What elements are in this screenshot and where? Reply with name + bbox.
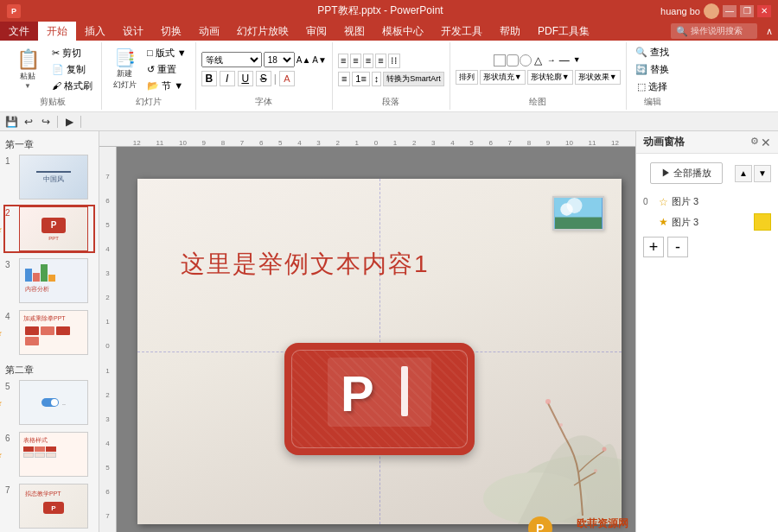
align-center-btn[interactable]: ≡ — [350, 54, 360, 68]
new-slide-button[interactable]: 📑 新建 幻灯片 — [107, 48, 142, 91]
anim-item-1[interactable]: ★ 图片 3 — [636, 211, 778, 233]
shape-more[interactable]: ▼ — [571, 54, 583, 66]
outline-btn[interactable]: 形状轮廓▼ — [527, 70, 573, 85]
anim-move-up-btn[interactable]: ▲ — [735, 165, 752, 182]
format-painter-button[interactable]: 🖌 格式刷 — [48, 78, 96, 93]
paste-dropdown[interactable]: ▼ — [24, 82, 31, 90]
anim-controls: + - — [643, 237, 771, 257]
tab-home[interactable]: 开始 — [38, 22, 76, 41]
animation-panel-title: 动画窗格 — [643, 135, 685, 149]
start-show-btn[interactable]: ▶ — [61, 114, 77, 130]
slide-num-7: 7 — [5, 484, 17, 495]
ruler-horizontal: 1211109876543210123456789101112 — [99, 131, 635, 147]
numbering-btn[interactable]: 1≡ — [352, 72, 370, 86]
shape-rect[interactable] — [494, 54, 506, 66]
slide-img-5: .. — [19, 380, 88, 425]
slide-content[interactable]: 0 这里是举例文本内容1 — [137, 179, 622, 524]
slide-thumb-1[interactable]: 1 中国风 — [3, 153, 95, 201]
columns-btn[interactable]: ⁞⁞ — [388, 54, 400, 68]
shape-arrow[interactable]: → — [545, 54, 558, 66]
layout-button[interactable]: □ 版式 ▼ — [143, 45, 190, 60]
align-right-btn[interactable]: ≡ — [363, 54, 373, 68]
shape-line[interactable]: — — [558, 54, 571, 66]
font-size-select[interactable]: 18 — [264, 52, 295, 67]
tab-design[interactable]: 设计 — [114, 22, 152, 41]
tab-view[interactable]: 视图 — [335, 22, 373, 41]
search-icon: 🔍 — [676, 26, 688, 37]
anim-move-down-btn[interactable]: ▼ — [754, 165, 771, 182]
find-btn[interactable]: 🔍 查找 — [632, 44, 673, 60]
slide-thumb-2[interactable]: 2 P PPT ★ — [3, 205, 95, 253]
effect-btn[interactable]: 形状效果▼ — [575, 70, 621, 85]
ribbon-collapse-btn[interactable]: ∧ — [761, 22, 778, 41]
bold-btn[interactable]: B — [201, 71, 217, 86]
slide-thumb-5[interactable]: 5 .. ★ — [3, 378, 95, 427]
justify-btn[interactable]: ≡ — [375, 54, 386, 68]
align-left-btn[interactable]: ≡ — [338, 54, 348, 68]
reset-button[interactable]: ↺ 重置 — [143, 61, 190, 77]
increase-font-btn[interactable]: A▲ — [297, 55, 311, 65]
slide-thumb-7[interactable]: 7 拟态教学PPT P — [3, 482, 95, 530]
save-btn[interactable]: 💾 — [3, 114, 19, 130]
tab-help[interactable]: 帮助 — [491, 22, 529, 41]
smartart-btn[interactable]: 转换为SmartArt — [383, 72, 444, 86]
tab-developer[interactable]: 开发工具 — [432, 22, 491, 41]
cut-button[interactable]: ✂ 剪切 — [48, 45, 96, 60]
tab-templates[interactable]: 模板中心 — [373, 22, 432, 41]
italic-btn[interactable]: I — [220, 71, 235, 86]
slide-thumb-3[interactable]: 3 内容分析 — [3, 256, 95, 305]
slide-main-text[interactable]: 这里是举例文本内容1 — [181, 248, 430, 281]
font-color-btn[interactable]: A — [279, 71, 295, 86]
tab-slideshow[interactable]: 幻灯片放映 — [228, 22, 297, 41]
anim-remove-btn[interactable]: - — [667, 237, 688, 257]
tab-file[interactable]: 文件 — [0, 22, 38, 41]
ruler-vertical: 765432101234567 — [99, 147, 117, 532]
animation-panel-header: 动画窗格 ⚙ ✕ — [636, 131, 778, 154]
ppt-logo-container[interactable]: P — [284, 343, 475, 455]
restore-btn[interactable]: ❐ — [740, 5, 754, 17]
anim-play-btn[interactable]: ▶ 全部播放 — [650, 162, 723, 184]
title-bar: P PPT教程.pptx - PowerPoint huang bo — ❐ ✕ — [0, 0, 778, 22]
redo-btn[interactable]: ↪ — [38, 114, 54, 130]
line-spacing-btn[interactable]: ↕ — [372, 72, 382, 86]
arrange-btn[interactable]: 排列 — [456, 70, 478, 85]
underline-btn[interactable]: U — [238, 71, 253, 86]
select-btn[interactable]: ⬚ 选择 — [634, 79, 671, 94]
slide-thumb-4[interactable]: 4 加减乘除拳PPT ★ — [3, 308, 95, 357]
shape-triangle[interactable]: △ — [532, 54, 545, 66]
chapter-1-label: 第一章 — [3, 135, 95, 153]
slide-thumb-6[interactable]: 6 表格样式 — [3, 430, 95, 478]
copy-button[interactable]: 📄 复制 — [48, 61, 96, 77]
anim-item-0[interactable]: 0 ☆ 图片 3 — [636, 193, 778, 211]
close-btn[interactable]: ✕ — [757, 5, 771, 17]
user-area: huang bo — ❐ ✕ — [650, 3, 771, 19]
slide-img-2: P PPT — [19, 206, 88, 251]
minimize-btn[interactable]: — — [723, 5, 737, 17]
decrease-font-btn[interactable]: A▼ — [312, 55, 327, 65]
replace-btn[interactable]: 🔄 替换 — [632, 61, 673, 77]
shape-circle[interactable] — [520, 54, 532, 66]
tab-insert[interactable]: 插入 — [76, 22, 114, 41]
anim-settings-btn[interactable]: ⚙ — [750, 136, 759, 149]
shape-rounded-rect[interactable] — [507, 54, 519, 66]
main-area: 第一章 1 中国风 2 P PPT ★ — [0, 131, 778, 532]
slide-small-image[interactable] — [552, 196, 604, 231]
section-button[interactable]: 📂 节 ▼ — [143, 78, 190, 93]
anim-close-btn[interactable]: ✕ — [761, 136, 771, 149]
anim-add-btn[interactable]: + — [643, 237, 664, 257]
fill-btn[interactable]: 形状填充▼ — [480, 70, 526, 85]
font-family-select[interactable]: 等线 — [201, 52, 262, 67]
tab-review[interactable]: 审阅 — [297, 22, 335, 41]
undo-btn[interactable]: ↩ — [21, 114, 36, 130]
paste-button[interactable]: 📋 粘贴 ▼ — [9, 48, 47, 91]
tab-animations[interactable]: 动画 — [190, 22, 228, 41]
ribbon-group-clipboard: 📋 粘贴 ▼ ✂ 剪切 📄 复制 🖌 格式刷 剪贴板 — [3, 42, 102, 110]
tab-pdf[interactable]: PDF工具集 — [529, 22, 598, 41]
clipboard-label: 剪贴板 — [40, 96, 66, 108]
tab-transitions[interactable]: 切换 — [152, 22, 190, 41]
title-bar-left: P — [7, 4, 111, 18]
search-box[interactable]: 🔍 操作说明搜索 — [671, 23, 757, 39]
ppt-logo-text: P — [328, 358, 431, 440]
bullet-btn[interactable]: ≡ — [338, 72, 350, 86]
strikethrough-btn[interactable]: S — [256, 71, 271, 86]
